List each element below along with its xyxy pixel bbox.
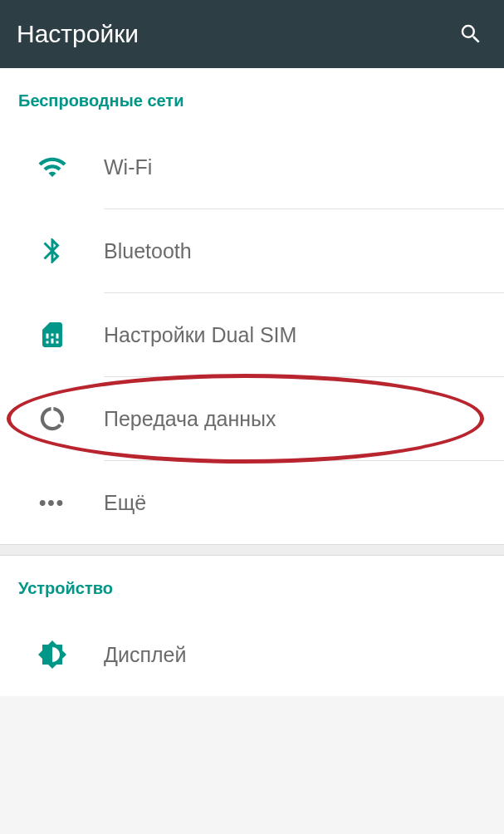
section-separator [0, 544, 504, 556]
settings-item-more[interactable]: ••• Ещё [0, 461, 504, 544]
display-icon [0, 640, 104, 670]
search-icon [458, 22, 483, 47]
item-label: Передача данных [104, 407, 276, 431]
page-title: Настройки [17, 20, 139, 48]
content: Беспроводные сети Wi-Fi Bluetooth Настро… [0, 68, 504, 544]
settings-item-data-usage[interactable]: Передача данных [0, 377, 504, 460]
item-label: Дисплей [104, 643, 186, 667]
sim-card-icon [0, 320, 104, 350]
content: Устройство Дисплей [0, 556, 504, 696]
wifi-icon [0, 152, 104, 182]
item-label: Ещё [104, 491, 146, 515]
item-label: Wi-Fi [104, 155, 152, 179]
settings-item-dual-sim[interactable]: Настройки Dual SIM [0, 293, 504, 376]
settings-item-display[interactable]: Дисплей [0, 613, 504, 696]
app-header: Настройки [0, 0, 504, 68]
section-header-wireless: Беспроводные сети [0, 68, 504, 125]
data-usage-icon [0, 405, 104, 433]
bluetooth-icon [0, 236, 104, 266]
settings-item-bluetooth[interactable]: Bluetooth [0, 209, 504, 292]
item-label: Настройки Dual SIM [104, 323, 296, 347]
section-header-device: Устройство [0, 556, 504, 613]
more-horiz-icon: ••• [0, 491, 104, 514]
search-button[interactable] [458, 21, 484, 47]
item-label: Bluetooth [104, 239, 192, 263]
settings-item-wifi[interactable]: Wi-Fi [0, 125, 504, 208]
